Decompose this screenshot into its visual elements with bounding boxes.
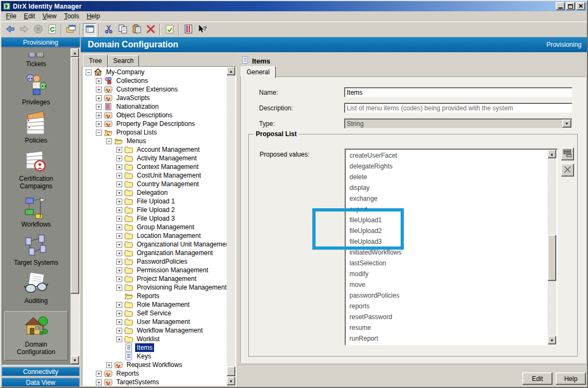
- panel-view-button[interactable]: [83, 23, 96, 37]
- tree-expander-icon[interactable]: +: [116, 164, 122, 170]
- tree-expander-icon[interactable]: +: [116, 319, 122, 325]
- tree-node[interactable]: +Provisioning Rule Management: [82, 283, 227, 292]
- tree-scrollbar[interactable]: ▲ ▼: [227, 67, 236, 385]
- list-item[interactable]: export: [346, 204, 548, 215]
- tree-expander-icon[interactable]: +: [116, 242, 122, 248]
- menu-tools[interactable]: Tools: [60, 11, 83, 22]
- tree-expander-icon[interactable]: +: [96, 78, 102, 84]
- minimize-button[interactable]: [556, 2, 565, 10]
- tree-node[interactable]: +File Upload 2: [82, 206, 227, 214]
- sidebar-item-certification-campaigns[interactable]: Certification Campaigns: [4, 149, 68, 190]
- tree-expander-icon[interactable]: +: [116, 190, 122, 196]
- tree-expander-icon[interactable]: +: [116, 216, 122, 222]
- maximize-button[interactable]: [566, 2, 575, 10]
- tree-node[interactable]: +Permission Management: [82, 266, 227, 274]
- list-item[interactable]: fileUpload3: [346, 236, 548, 247]
- tree-node[interactable]: +Account Management: [82, 145, 227, 154]
- remove-x-button[interactable]: [561, 164, 574, 177]
- tree-node[interactable]: +Activity Management: [82, 154, 227, 163]
- copy-button[interactable]: [116, 23, 129, 37]
- tree-expander-icon[interactable]: +: [116, 336, 122, 342]
- tree-node[interactable]: +User Management: [82, 318, 227, 326]
- menu-view[interactable]: View: [39, 11, 60, 22]
- tree-node[interactable]: +Country Management: [82, 180, 227, 188]
- menu-help[interactable]: Help: [83, 11, 104, 22]
- list-item[interactable]: createUserFacet: [346, 150, 548, 161]
- sidebar-item-policies[interactable]: Policies: [4, 111, 68, 144]
- notes-button[interactable]: [163, 23, 176, 37]
- edit-button[interactable]: Edit: [522, 372, 552, 385]
- tree-node[interactable]: +Location Management: [82, 231, 227, 240]
- sidebar-item-workflows[interactable]: Workflows: [4, 195, 68, 228]
- tree-node[interactable]: +Nationalization: [82, 102, 227, 111]
- list-item[interactable]: lastSelection: [346, 258, 548, 269]
- scroll-up-icon[interactable]: ▲: [548, 150, 556, 158]
- tree-expander-icon[interactable]: +: [116, 181, 122, 187]
- sidebar-item-privileges[interactable]: Privileges: [4, 73, 68, 106]
- tree-expander-icon[interactable]: +: [116, 285, 122, 291]
- tree-node[interactable]: +File Upload 3: [82, 214, 227, 223]
- list-item[interactable]: exchange: [346, 193, 548, 204]
- tree-node[interactable]: −My-Company: [82, 68, 227, 76]
- tree-node[interactable]: +Organizational Unit Management: [82, 240, 227, 249]
- tree-expander-icon[interactable]: +: [96, 87, 102, 93]
- list-item[interactable]: modify: [346, 269, 548, 279]
- properties-button[interactable]: [64, 23, 78, 37]
- tree-node[interactable]: Keys: [82, 352, 227, 361]
- proposed-values-listbox[interactable]: createUserFacetdelegateRightsdeletedispl…: [345, 149, 558, 345]
- tree-expander-icon[interactable]: +: [116, 173, 122, 179]
- tree-node[interactable]: +TargetSystems: [82, 378, 227, 385]
- tree-expander-icon[interactable]: +: [96, 379, 102, 385]
- list-item[interactable]: delete: [346, 172, 548, 182]
- tree-expander-icon[interactable]: +: [96, 371, 102, 377]
- tree-node[interactable]: −Proposal Lists: [82, 128, 227, 137]
- list-item[interactable]: initiatedWorkflows: [346, 247, 548, 258]
- close-button[interactable]: ✕: [576, 2, 585, 10]
- tree-expander-icon[interactable]: +: [116, 233, 122, 239]
- sidebar-item-target-systems[interactable]: Target Systems: [4, 233, 68, 266]
- delete-button[interactable]: [144, 23, 157, 37]
- refresh-button[interactable]: [45, 23, 59, 37]
- tree-expander-icon[interactable]: +: [116, 156, 122, 161]
- tree-node[interactable]: +Request Workflows: [82, 361, 227, 369]
- tree-expander-icon[interactable]: −: [86, 69, 92, 75]
- list-item[interactable]: move: [346, 279, 548, 290]
- scroll-up-icon[interactable]: ▲: [71, 48, 79, 57]
- tree-expander-icon[interactable]: +: [96, 121, 102, 127]
- list-item[interactable]: delegateRights: [346, 161, 548, 172]
- tree-node[interactable]: +Delegation: [82, 188, 227, 197]
- help-button[interactable]: Help: [556, 372, 586, 385]
- tree-node[interactable]: +Context Management: [82, 163, 227, 171]
- cut-button[interactable]: [102, 23, 115, 37]
- tree-node[interactable]: +CostUnit Management: [82, 171, 227, 180]
- tree-node[interactable]: +Group Management: [82, 223, 227, 231]
- scrollbar-thumb[interactable]: [548, 235, 556, 281]
- tree-expander-icon[interactable]: +: [116, 250, 122, 256]
- tree-node[interactable]: +Reports: [82, 369, 227, 378]
- tree-node[interactable]: +Collections: [82, 76, 227, 85]
- tree-node[interactable]: +Workflow Management: [82, 326, 227, 335]
- tree-expander-icon[interactable]: +: [116, 302, 122, 308]
- scrollbar-thumb[interactable]: [71, 57, 79, 294]
- tree-expander-icon[interactable]: +: [116, 311, 122, 316]
- list-item[interactable]: fileUpload2: [346, 225, 548, 236]
- tree-node[interactable]: +File Upload 1: [82, 197, 227, 206]
- tree-expander-icon[interactable]: +: [96, 104, 102, 110]
- paste-button[interactable]: [130, 23, 143, 37]
- sidebar-scrollbar[interactable]: ▲ ▼: [71, 48, 79, 365]
- list-item[interactable]: runReport: [346, 333, 548, 344]
- sidebar-item-auditing[interactable]: Auditing: [4, 271, 68, 305]
- tab-general[interactable]: General: [241, 66, 276, 78]
- type-dropdown[interactable]: String ▼: [344, 118, 572, 129]
- tree-expander-icon[interactable]: +: [96, 112, 102, 118]
- scrollbar-track[interactable]: [227, 75, 235, 377]
- tab-tree[interactable]: Tree: [83, 54, 108, 67]
- tree-node[interactable]: −Menus: [82, 137, 227, 145]
- menu-edit[interactable]: Edit: [20, 11, 39, 22]
- tree-node[interactable]: +Self Service: [82, 309, 227, 318]
- tab-search[interactable]: Search: [108, 55, 139, 66]
- list-item[interactable]: fileUpload1: [346, 215, 548, 225]
- back-button[interactable]: [3, 23, 17, 37]
- tree-expander-icon[interactable]: +: [116, 276, 122, 282]
- tree-expander-icon[interactable]: +: [96, 95, 102, 101]
